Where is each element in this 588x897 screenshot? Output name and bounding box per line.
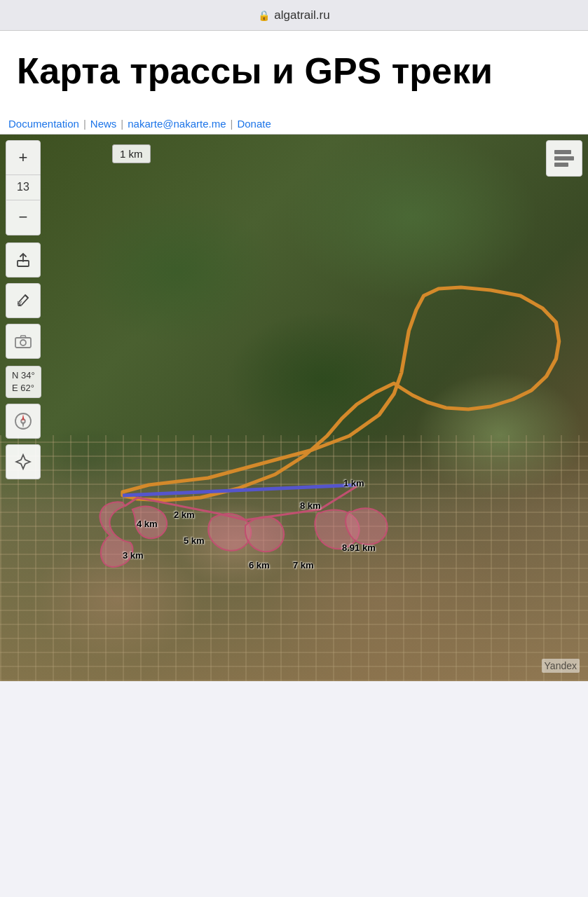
url-text: algatrail.ru xyxy=(274,8,329,22)
zoom-level-display: 13 xyxy=(6,175,41,200)
lon-coord: E 62° xyxy=(12,382,35,395)
camera-icon xyxy=(15,334,32,348)
svg-point-5 xyxy=(20,340,26,345)
camera-button[interactable] xyxy=(6,324,41,359)
svg-marker-9 xyxy=(22,421,25,428)
export-button[interactable] xyxy=(6,242,41,278)
browser-chrome: 🔒 algatrail.ru xyxy=(0,0,588,31)
map-wrapper: Documentation | News | nakarte@nakarte.m… xyxy=(0,114,588,681)
coordinates-display: N 34° E 62° xyxy=(6,366,41,398)
documentation-link[interactable]: Documentation xyxy=(8,118,79,130)
compass-icon xyxy=(14,412,32,430)
map-controls: + 13 − xyxy=(0,135,91,681)
dist-label-6km: 6 km xyxy=(249,560,270,570)
lat-coord: N 34° xyxy=(12,369,35,382)
email-link[interactable]: nakarte@nakarte.me xyxy=(128,118,226,130)
scale-bar: 1 km xyxy=(112,144,151,163)
layers-icon xyxy=(554,150,574,167)
dist-label-3km: 3 km xyxy=(123,550,144,561)
page-content: Карта трассы и GPS треки Documentation |… xyxy=(0,31,588,681)
compass-button[interactable] xyxy=(6,404,41,439)
dist-label-4km: 4 km xyxy=(137,519,158,529)
nakarte-toolbar: Documentation | News | nakarte@nakarte.m… xyxy=(0,114,588,135)
edit-button[interactable] xyxy=(6,283,41,318)
news-link[interactable]: News xyxy=(90,118,117,130)
sep1: | xyxy=(83,118,86,130)
zoom-in-button[interactable]: + xyxy=(6,140,41,175)
locate-icon xyxy=(15,453,32,470)
dist-label-8km: 8 km xyxy=(300,500,321,511)
map-area[interactable]: 1 km + 13 − xyxy=(0,135,588,681)
dist-label-7km: 7 km xyxy=(293,560,314,570)
locate-button[interactable] xyxy=(6,444,41,479)
sep2: | xyxy=(121,118,123,130)
dist-label-1km: 1 km xyxy=(343,478,364,488)
zoom-controls: + 13 − xyxy=(6,140,41,235)
zoom-out-button[interactable]: − xyxy=(6,200,41,235)
donate-link[interactable]: Donate xyxy=(237,118,271,130)
dist-label-2km: 2 km xyxy=(174,509,195,520)
page-title: Карта трассы и GPS треки xyxy=(17,50,571,93)
svg-marker-8 xyxy=(22,414,25,421)
layers-button[interactable] xyxy=(546,140,582,177)
yandex-watermark: Yandex xyxy=(542,659,580,673)
export-icon xyxy=(15,252,31,268)
dist-label-891km: 8.91 km xyxy=(342,542,376,553)
scale-label: 1 km xyxy=(120,148,143,160)
sep3: | xyxy=(231,118,233,130)
url-bar: 🔒 algatrail.ru xyxy=(258,8,329,22)
edit-icon xyxy=(15,293,31,308)
lock-icon: 🔒 xyxy=(258,10,270,21)
dist-label-5km: 5 km xyxy=(184,535,205,546)
